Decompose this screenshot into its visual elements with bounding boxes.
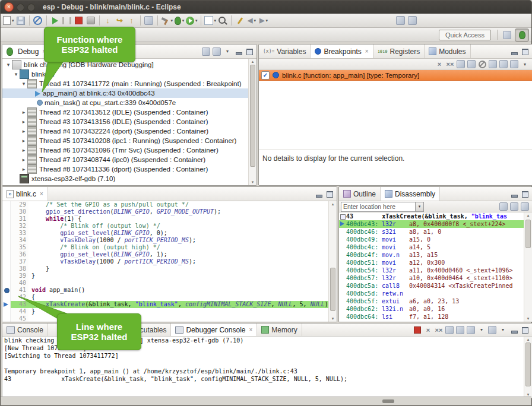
annotation-ruler[interactable] bbox=[2, 308, 11, 315]
open-console-icon[interactable] bbox=[487, 325, 497, 335]
collapse-all-icon[interactable] bbox=[499, 59, 508, 69]
maximize-view-icon[interactable] bbox=[521, 326, 530, 334]
tab-outline[interactable]: Outline bbox=[339, 187, 381, 201]
editor-line[interactable]: 42{ bbox=[2, 294, 337, 301]
maximize-view-icon[interactable] bbox=[245, 47, 254, 56]
debug-tree-item[interactable]: ▸Thread #8 1073411336 (dport) (Suspended… bbox=[2, 164, 256, 174]
resume-icon[interactable] bbox=[50, 15, 61, 26]
annotation-ruler[interactable] bbox=[2, 287, 11, 294]
forward-icon[interactable]: ▶▾ bbox=[258, 15, 269, 26]
minimize-view-icon[interactable] bbox=[510, 190, 519, 198]
minimize-view-icon[interactable] bbox=[315, 190, 324, 198]
expand-icon[interactable] bbox=[340, 214, 346, 220]
back-icon[interactable]: ◀▾ bbox=[246, 15, 257, 26]
tab-debugger-console[interactable]: Debugger Console × bbox=[171, 323, 257, 336]
disassembly-line[interactable]: 400dbc49:movia15, 0 bbox=[339, 236, 532, 243]
annotation-ruler[interactable] bbox=[2, 223, 11, 230]
minimize-button[interactable] bbox=[17, 4, 24, 11]
debug-tree-item[interactable]: ▾blink.elf bbox=[2, 69, 256, 79]
instruction-stepping-icon[interactable] bbox=[144, 15, 154, 26]
annotation-ruler[interactable] bbox=[2, 230, 11, 237]
annotation-ruler[interactable] bbox=[2, 244, 11, 251]
annotation-ruler[interactable] bbox=[2, 208, 11, 215]
debug-tree-item[interactable]: main_task() at cpu_start.c:339 0x400d057… bbox=[2, 98, 256, 107]
annotation-ruler[interactable] bbox=[2, 301, 11, 308]
editor-line[interactable]: 35 /* Blink on (output high) */ bbox=[2, 244, 337, 251]
maximize-view-icon[interactable] bbox=[521, 47, 530, 56]
pin-console-icon[interactable] bbox=[466, 325, 476, 335]
debug-tree-item[interactable]: ▸Thread #6 1073431096 (Tmr Svc) (Suspend… bbox=[2, 145, 256, 155]
editor-line[interactable]: 43 xTaskCreate(&blink_task, "blink_task"… bbox=[2, 301, 337, 308]
tab-registers[interactable]: 1010 Registers bbox=[373, 45, 425, 58]
annotation-ruler[interactable] bbox=[2, 201, 11, 208]
sync-with-active-context-icon[interactable] bbox=[520, 202, 530, 211]
annotation-ruler[interactable] bbox=[2, 237, 11, 244]
editor-line[interactable]: 31 while(1) { bbox=[2, 215, 337, 223]
editor-line[interactable]: 40 bbox=[2, 280, 337, 287]
close-icon[interactable]: × bbox=[365, 48, 369, 55]
disassembly-line[interactable]: 400dbc57:l32ra10, 0x400d0464 <_stext+110… bbox=[339, 274, 532, 282]
annotation-ruler[interactable] bbox=[2, 294, 11, 301]
new-cpp-class-icon[interactable]: ▾ bbox=[204, 15, 217, 26]
vertical-scrollbar[interactable]: ▴▾ bbox=[524, 212, 532, 322]
remove-all-launches-icon[interactable]: ×× bbox=[434, 325, 444, 335]
editor-line[interactable]: 44} bbox=[2, 308, 337, 315]
debug-tree-item[interactable]: ▸Thread #7 1073408744 (ipc0) (Suspended … bbox=[2, 155, 256, 164]
editor-line[interactable]: 33 gpio_set_level(BLINK_GPIO, 0); bbox=[2, 230, 337, 237]
debug-tree-item[interactable]: ▸Thread #2 1073413512 (IDLE) (Suspended … bbox=[2, 107, 256, 117]
editor-line[interactable]: 32 /* Blink off (output low) */ bbox=[2, 223, 337, 230]
debug-tree-item[interactable]: ▸Thread #4 1073432224 (dport) (Suspended… bbox=[2, 126, 256, 136]
maximize-view-icon[interactable] bbox=[325, 190, 334, 198]
horizontal-scrollbar-thumb[interactable] bbox=[382, 399, 394, 403]
disassembly-line[interactable]: 400dbc5d:retw.n bbox=[339, 290, 532, 297]
skip-all-breakpoints-icon[interactable] bbox=[477, 59, 487, 69]
disassembly-line[interactable]: 400dbc67:blta0, a7, 0x400dbc81 <__adddf3 bbox=[339, 321, 532, 322]
minimize-view-icon[interactable] bbox=[510, 326, 519, 334]
remove-launch-icon[interactable]: × bbox=[423, 325, 433, 335]
close-icon[interactable]: × bbox=[249, 326, 252, 333]
editor-line[interactable]: 34 vTaskDelay(1000 / portTICK_PERIOD_MS)… bbox=[2, 237, 337, 244]
vertical-scrollbar[interactable]: ▴▾ bbox=[524, 337, 532, 398]
tab-disassembly[interactable]: Disassembly bbox=[381, 187, 440, 201]
maximize-button[interactable] bbox=[27, 4, 35, 11]
annotation-ruler[interactable] bbox=[2, 265, 11, 272]
tab-memory[interactable]: Memory bbox=[257, 323, 302, 336]
link-with-debug-view-icon[interactable] bbox=[509, 59, 519, 69]
disassembly-line[interactable]: 400dbc64:lsif7, a1, 128 bbox=[339, 313, 532, 321]
clear-console-icon[interactable] bbox=[445, 325, 454, 335]
disassembly-line[interactable]: 400dbc4f:mov.na13, a15 bbox=[339, 251, 532, 259]
track-expression-icon[interactable] bbox=[509, 202, 519, 211]
terminate-icon[interactable] bbox=[74, 15, 84, 26]
annotation-ruler[interactable] bbox=[2, 315, 11, 322]
open-resource-icon[interactable] bbox=[407, 15, 417, 26]
editor-line[interactable]: 38 } bbox=[2, 265, 337, 272]
disassembly-line[interactable]: 400dbc5f:extuia6, a0, 23, 13 bbox=[339, 297, 532, 305]
maximize-view-icon[interactable] bbox=[521, 190, 530, 198]
go-to-file-for-breakpoint-icon[interactable] bbox=[467, 59, 476, 69]
annotation-ruler[interactable] bbox=[2, 215, 11, 223]
annotation-ruler[interactable] bbox=[2, 251, 11, 258]
disassembly-line[interactable]: 400dbc51:movia12, 0x300 bbox=[339, 259, 532, 267]
debug-tree-item[interactable]: xtensa-esp32-elf-gdb (7.10) bbox=[2, 174, 256, 183]
save-icon[interactable] bbox=[15, 15, 26, 26]
open-element-icon[interactable] bbox=[395, 15, 406, 26]
tab-breakpoints[interactable]: Breakpoints × bbox=[311, 45, 373, 58]
disassembly-line[interactable]: 400dbc46:s32ia8, a1, 0 bbox=[339, 228, 532, 236]
new-wizard-icon[interactable]: ▾ bbox=[3, 15, 14, 26]
quick-access-button[interactable]: Quick Access bbox=[439, 30, 491, 40]
show-breakpoints-for-selection-icon[interactable] bbox=[456, 59, 466, 69]
editor-line[interactable]: 37 vTaskDelay(1000 / portTICK_PERIOD_MS)… bbox=[2, 258, 337, 265]
disassembly-line[interactable]: 400dbc5a:call80x40084314 <xTaskCreatePin… bbox=[339, 282, 532, 290]
step-return-icon[interactable]: ↑ bbox=[126, 15, 137, 26]
debug-tree-item[interactable]: ▸Thread #5 1073410208 (ipc1 : Running) (… bbox=[2, 136, 256, 145]
search-icon[interactable] bbox=[217, 15, 228, 26]
disassembly-line[interactable]: 400dbc54:l32ra11, 0x400d0460 <_stext+109… bbox=[339, 267, 532, 274]
open-perspective-icon[interactable] bbox=[501, 29, 514, 41]
disassembly-line[interactable]: 400dbc4c:movia14, 5 bbox=[339, 243, 532, 251]
minimize-view-icon[interactable] bbox=[510, 47, 519, 56]
run-icon[interactable]: ▾ bbox=[186, 15, 198, 26]
disassembly-line[interactable]: 43 xTaskCreate(&blink_task, "blink_tas bbox=[339, 212, 532, 220]
tab-console[interactable]: Console bbox=[2, 323, 48, 336]
scroll-lock-icon[interactable] bbox=[455, 325, 465, 335]
editor-line[interactable]: 30 gpio_set_direction(BLINK_GPIO, GPIO_M… bbox=[2, 208, 337, 215]
